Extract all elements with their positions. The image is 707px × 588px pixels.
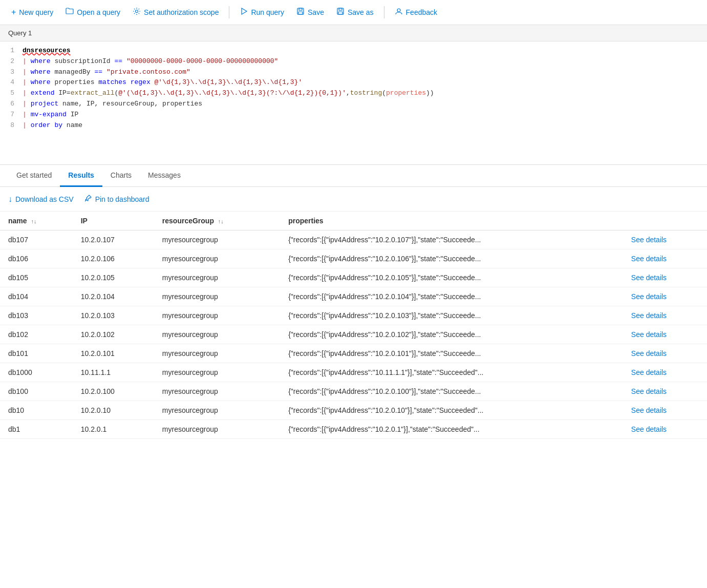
svg-point-0 bbox=[136, 10, 138, 13]
svg-rect-7 bbox=[338, 12, 342, 14]
line-content-8: | order by name bbox=[23, 120, 703, 131]
open-query-button[interactable]: Open a query bbox=[60, 4, 125, 20]
svg-rect-4 bbox=[298, 12, 303, 14]
cell-ip: 10.2.0.1 bbox=[73, 420, 154, 439]
code-line-1: 1 dnsresources bbox=[0, 46, 707, 56]
code-line-7: 7 | mv-expand IP bbox=[0, 110, 707, 120]
cell-name: db107 bbox=[0, 230, 73, 249]
see-details-link[interactable]: See details bbox=[631, 406, 667, 414]
cell-resourcegroup: myresourcegroup bbox=[154, 325, 280, 344]
cell-resourcegroup: myresourcegroup bbox=[154, 363, 280, 382]
line-content-3: | where managedBy == "private.contoso.co… bbox=[23, 67, 703, 78]
see-details-link[interactable]: See details bbox=[631, 236, 667, 244]
separator-2 bbox=[384, 6, 384, 18]
cell-properties: {"records":[{"ipv4Address":"10.2.0.102"}… bbox=[280, 325, 623, 344]
see-details-link[interactable]: See details bbox=[631, 368, 667, 376]
cell-see-details[interactable]: See details bbox=[623, 382, 707, 401]
cell-resourcegroup: myresourcegroup bbox=[154, 249, 280, 268]
table-row: db10410.2.0.104myresourcegroup{"records"… bbox=[0, 287, 707, 306]
cell-name: db1 bbox=[0, 420, 73, 439]
line-num-1: 1 bbox=[4, 46, 23, 56]
cell-ip: 10.2.0.107 bbox=[73, 230, 154, 249]
line-num-2: 2 bbox=[4, 56, 23, 67]
cell-see-details[interactable]: See details bbox=[623, 287, 707, 306]
results-container: Get started Results Charts Messages ↓ Do… bbox=[0, 165, 707, 439]
query-title: Query 1 bbox=[0, 25, 707, 41]
cell-resourcegroup: myresourcegroup bbox=[154, 230, 280, 249]
feedback-icon bbox=[395, 7, 403, 17]
results-table: name ↑↓ IP resourceGroup ↑↓ properties d… bbox=[0, 212, 707, 439]
tab-charts[interactable]: Charts bbox=[102, 165, 140, 187]
feedback-button[interactable]: Feedback bbox=[390, 4, 442, 20]
cell-ip: 10.2.0.100 bbox=[73, 382, 154, 401]
line-content-1: dnsresources bbox=[23, 46, 703, 56]
cell-name: db10 bbox=[0, 401, 73, 420]
cell-properties: {"records":[{"ipv4Address":"10.2.0.106"}… bbox=[280, 249, 623, 268]
cell-see-details[interactable]: See details bbox=[623, 401, 707, 420]
cell-properties: {"records":[{"ipv4Address":"10.2.0.103"}… bbox=[280, 306, 623, 325]
save-label: Save bbox=[308, 8, 324, 16]
tab-messages[interactable]: Messages bbox=[140, 165, 189, 187]
cell-ip: 10.2.0.106 bbox=[73, 249, 154, 268]
line-num-8: 8 bbox=[4, 120, 23, 131]
see-details-link[interactable]: See details bbox=[631, 311, 667, 320]
cell-properties: {"records":[{"ipv4Address":"10.2.0.10"}]… bbox=[280, 401, 623, 420]
line-num-6: 6 bbox=[4, 99, 23, 110]
cell-ip: 10.11.1.1 bbox=[73, 363, 154, 382]
cell-ip: 10.2.0.101 bbox=[73, 344, 154, 363]
save-button[interactable]: Save bbox=[291, 4, 329, 20]
see-details-link[interactable]: See details bbox=[631, 255, 667, 263]
table-row: db10010.2.0.100myresourcegroup{"records"… bbox=[0, 382, 707, 401]
cell-resourcegroup: myresourcegroup bbox=[154, 344, 280, 363]
see-details-link[interactable]: See details bbox=[631, 349, 667, 358]
cell-see-details[interactable]: See details bbox=[623, 363, 707, 382]
line-content-5: | extend IP=extract_all(@'(\d{1,3}\.\d{1… bbox=[23, 88, 703, 99]
code-line-3: 3 | where managedBy == "private.contoso.… bbox=[0, 67, 707, 78]
col-header-name[interactable]: name ↑↓ bbox=[0, 212, 73, 230]
see-details-link[interactable]: See details bbox=[631, 274, 667, 282]
line-content-4: | where properties matches regex @'\d{1,… bbox=[23, 77, 703, 88]
table-row: db10610.2.0.106myresourcegroup{"records"… bbox=[0, 249, 707, 268]
cell-see-details[interactable]: See details bbox=[623, 420, 707, 439]
cell-see-details[interactable]: See details bbox=[623, 268, 707, 287]
cell-ip: 10.2.0.105 bbox=[73, 268, 154, 287]
tabs-bar: Get started Results Charts Messages bbox=[0, 165, 707, 187]
cell-see-details[interactable]: See details bbox=[623, 344, 707, 363]
cell-name: db101 bbox=[0, 344, 73, 363]
results-toolbar: ↓ Download as CSV Pin to dashboard bbox=[0, 187, 707, 212]
new-query-button[interactable]: + New query bbox=[6, 5, 58, 20]
table-row: db10510.2.0.105myresourcegroup{"records"… bbox=[0, 268, 707, 287]
col-header-resourcegroup[interactable]: resourceGroup ↑↓ bbox=[154, 212, 280, 230]
code-line-2: 2 | where subscriptionId == "00000000-00… bbox=[0, 56, 707, 67]
line-content-6: | project name, IP, resourceGroup, prope… bbox=[23, 99, 703, 110]
cell-properties: {"records":[{"ipv4Address":"10.2.0.101"}… bbox=[280, 344, 623, 363]
col-header-properties: properties bbox=[280, 212, 623, 230]
see-details-link[interactable]: See details bbox=[631, 292, 667, 301]
pin-to-dashboard-button[interactable]: Pin to dashboard bbox=[84, 192, 149, 206]
set-auth-button[interactable]: Set authorization scope bbox=[127, 4, 224, 20]
cell-see-details[interactable]: See details bbox=[623, 306, 707, 325]
cell-properties: {"records":[{"ipv4Address":"10.2.0.104"}… bbox=[280, 287, 623, 306]
gear-icon bbox=[133, 7, 141, 17]
see-details-link[interactable]: See details bbox=[631, 387, 667, 395]
cell-see-details[interactable]: See details bbox=[623, 249, 707, 268]
cell-resourcegroup: myresourcegroup bbox=[154, 306, 280, 325]
code-line-5: 5 | extend IP=extract_all(@'(\d{1,3}\.\d… bbox=[0, 88, 707, 99]
cell-see-details[interactable]: See details bbox=[623, 230, 707, 249]
cell-ip: 10.2.0.103 bbox=[73, 306, 154, 325]
save-as-button[interactable]: Save as bbox=[331, 4, 379, 20]
see-details-link[interactable]: See details bbox=[631, 330, 667, 339]
code-editor[interactable]: 1 dnsresources 2 | where subscriptionId … bbox=[0, 41, 707, 164]
table-row: db10210.2.0.102myresourcegroup{"records"… bbox=[0, 325, 707, 344]
download-icon: ↓ bbox=[8, 195, 12, 204]
cell-properties: {"records":[{"ipv4Address":"10.2.0.107"}… bbox=[280, 230, 623, 249]
pin-icon bbox=[84, 194, 92, 204]
download-csv-button[interactable]: ↓ Download as CSV bbox=[8, 193, 74, 206]
table-row: db1010.2.0.10myresourcegroup{"records":[… bbox=[0, 401, 707, 420]
cell-see-details[interactable]: See details bbox=[623, 325, 707, 344]
col-header-details bbox=[623, 212, 707, 230]
run-query-button[interactable]: Run query bbox=[234, 4, 289, 20]
tab-get-started[interactable]: Get started bbox=[8, 165, 60, 187]
see-details-link[interactable]: See details bbox=[631, 425, 667, 433]
tab-results[interactable]: Results bbox=[60, 165, 102, 187]
